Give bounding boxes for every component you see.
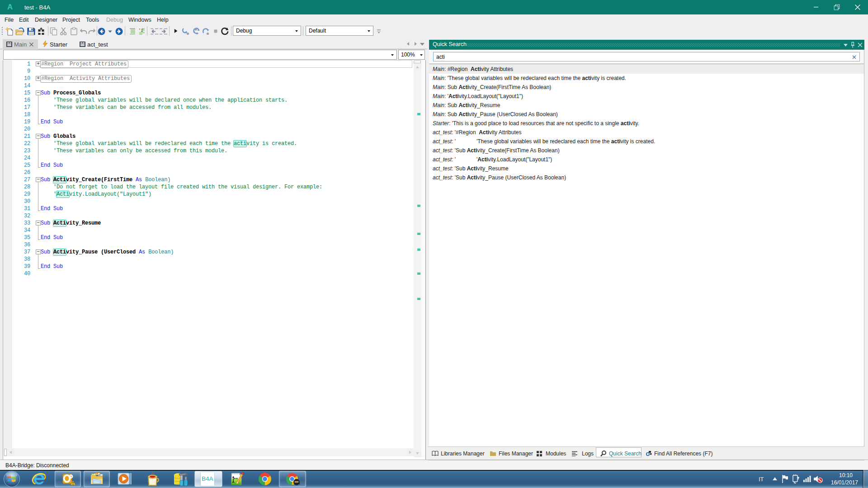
svg-text:'2: '2: [138, 28, 143, 33]
